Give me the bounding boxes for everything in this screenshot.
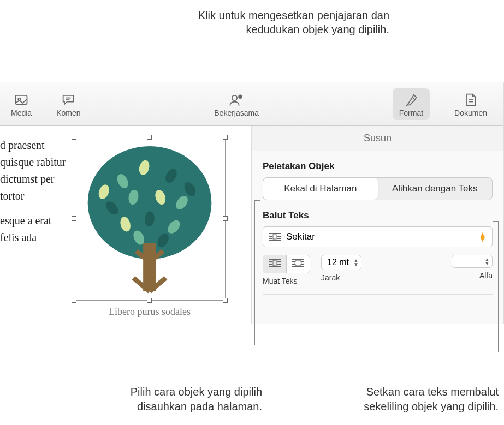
svg-rect-27 (273, 235, 276, 239)
svg-rect-42 (292, 264, 295, 265)
toolbar: Media Komen + Bekerjasama Format Do (0, 82, 503, 126)
collaborate-icon: + (229, 91, 244, 109)
inspector-body: Peletakan Objek Kekal di Halaman Alihkan… (252, 151, 503, 304)
resize-handle[interactable] (72, 216, 76, 221)
fit-rectangular-button[interactable] (263, 255, 287, 273)
format-inspector: Susun Peletakan Objek Kekal di Halaman A… (251, 126, 503, 324)
svg-rect-43 (301, 264, 304, 265)
document-label: Dokumen (454, 109, 487, 117)
move-with-text-button[interactable]: Alihkan dengan Teks (378, 178, 493, 200)
format-label: Format (399, 109, 423, 117)
svg-rect-40 (292, 261, 295, 262)
svg-point-9 (88, 146, 212, 259)
resize-handle[interactable] (147, 135, 152, 140)
media-label: Media (11, 109, 32, 117)
svg-rect-25 (269, 233, 281, 234)
selection-outline (74, 137, 226, 301)
media-button[interactable]: Media (11, 91, 32, 117)
alpha-stepper[interactable]: ▲▼ (452, 255, 493, 268)
format-button[interactable]: Format (393, 88, 430, 120)
fit-text-control: Muat Teks (263, 255, 310, 285)
svg-rect-10 (143, 243, 156, 291)
resize-handle[interactable] (72, 298, 76, 303)
fit-text-label: Muat Teks (263, 277, 298, 285)
document-canvas[interactable]: d praesent quisque rabitur dictumst per … (0, 126, 251, 324)
svg-rect-41 (301, 261, 304, 262)
svg-point-4 (232, 95, 237, 100)
comment-button[interactable]: Komen (56, 91, 80, 117)
inspector-tab-arrange[interactable]: Susun (252, 126, 503, 151)
callout-top: Klik untuk mengesetkan penjajaran dan ke… (175, 8, 389, 37)
spacing-value: 12 mt (327, 258, 349, 267)
svg-rect-28 (277, 236, 281, 237)
spacing-control: 12 mt ▲▼ Jarak (321, 255, 361, 282)
svg-rect-34 (273, 260, 276, 266)
svg-rect-33 (269, 261, 272, 262)
text-wrap-label: Balut Teks (263, 210, 493, 221)
alpha-label: Alfa (479, 271, 493, 280)
spacing-stepper[interactable]: 12 mt ▲▼ (321, 255, 361, 270)
fit-segmented (263, 255, 310, 273)
resize-handle[interactable] (72, 135, 76, 140)
stay-on-page-button[interactable]: Kekal di Halaman (263, 178, 378, 200)
svg-rect-44 (292, 266, 304, 267)
stepper-arrows-icon[interactable]: ▲▼ (484, 258, 490, 265)
selected-image[interactable]: Libero purus sodales (74, 137, 226, 320)
paragraph: esque a erat felis ada (0, 212, 71, 246)
callout-bottom-right: Setkan cara teks membalut sekeliling obj… (343, 385, 499, 414)
comment-label: Komen (56, 109, 80, 117)
svg-rect-37 (277, 264, 281, 265)
text-wrap-select[interactable]: Sekitar ▲▼ (263, 226, 493, 247)
svg-rect-38 (269, 266, 281, 267)
svg-text:+: + (240, 95, 241, 98)
collaborate-label: Bekerjasama (214, 109, 259, 117)
callout-line (254, 230, 255, 345)
wrap-controls-row: Muat Teks 12 mt ▲▼ Jarak ▲▼ (263, 255, 493, 295)
callout-bottom-left: Pilih cara objek yang dipilih disauhkan … (120, 385, 262, 414)
image-caption[interactable]: Libero purus sodales (74, 306, 226, 318)
fit-contour-button[interactable] (287, 255, 310, 273)
alpha-control: ▲▼ Alfa (452, 255, 493, 280)
dropdown-caret-icon: ▲▼ (478, 232, 487, 242)
stepper-arrows-icon[interactable]: ▲▼ (353, 259, 359, 266)
svg-rect-36 (269, 264, 272, 265)
body-text: d praesent quisque rabitur dictumst per … (0, 137, 71, 313)
resize-handle[interactable] (223, 216, 228, 221)
app-window: Media Komen + Bekerjasama Format Do (0, 82, 504, 324)
svg-rect-30 (277, 238, 281, 239)
media-icon (14, 91, 29, 109)
callout-line (498, 319, 499, 352)
svg-rect-29 (269, 238, 272, 239)
wrap-around-icon (269, 232, 281, 241)
callout-bracket (493, 221, 499, 319)
content-row: d praesent quisque rabitur dictumst per … (0, 126, 503, 324)
tree-image (74, 137, 225, 300)
collaborate-button[interactable]: + Bekerjasama (214, 91, 259, 117)
callout-bracket (254, 200, 260, 230)
object-placement-label: Peletakan Objek (263, 161, 493, 172)
svg-rect-35 (277, 261, 281, 262)
paragraph: d praesent quisque rabitur dictumst per … (0, 137, 71, 205)
document-button[interactable]: Dokumen (454, 91, 487, 117)
format-icon (404, 91, 419, 109)
svg-rect-26 (269, 236, 272, 237)
resize-handle[interactable] (223, 135, 228, 140)
wrap-value: Sekitar (286, 231, 478, 242)
spacing-label: Jarak (321, 273, 340, 282)
comment-icon (61, 91, 76, 109)
resize-handle[interactable] (223, 298, 228, 303)
svg-rect-0 (16, 95, 27, 104)
resize-handle[interactable] (147, 298, 152, 303)
document-icon (463, 91, 478, 109)
placement-segmented-control: Kekal di Halaman Alihkan dengan Teks (263, 177, 493, 200)
svg-rect-31 (269, 240, 281, 241)
